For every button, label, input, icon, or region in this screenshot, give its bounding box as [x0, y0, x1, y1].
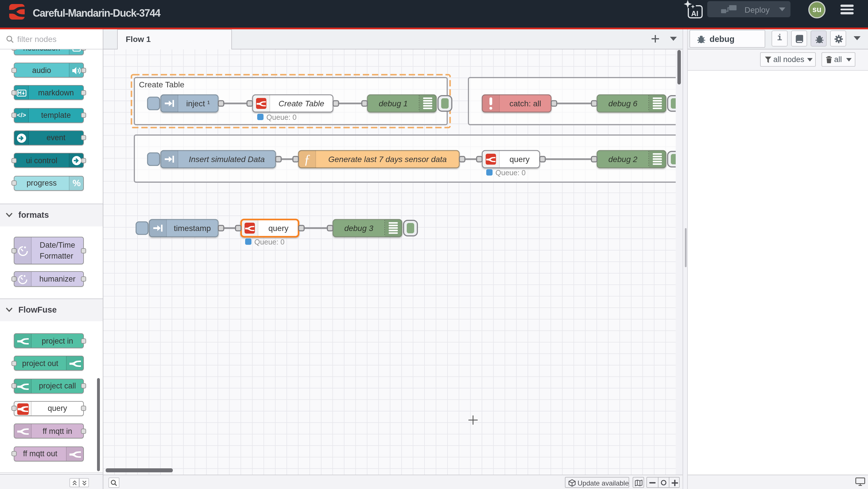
svg-text:timestamp: timestamp: [174, 224, 211, 233]
svg-text:Create Table: Create Table: [278, 99, 324, 108]
svg-text:AI: AI: [691, 9, 699, 18]
svg-text:debug 2: debug 2: [608, 155, 638, 164]
svg-text:Queue: 0: Queue: 0: [267, 113, 297, 121]
svg-text:Generate last 7 days sensor da: Generate last 7 days sensor data: [329, 155, 446, 164]
svg-text:Create Table: Create Table: [139, 80, 184, 89]
svg-text:catch: all: catch: all: [509, 99, 541, 108]
svg-text:debug 3: debug 3: [344, 224, 373, 233]
svg-text:debug 1: debug 1: [379, 99, 408, 108]
svg-text:ƒ: ƒ: [304, 152, 311, 167]
svg-text:query: query: [268, 224, 288, 233]
svg-text:inject ¹: inject ¹: [186, 99, 210, 108]
svg-text:query: query: [509, 155, 530, 164]
svg-text:Queue: 0: Queue: 0: [254, 238, 284, 246]
svg-text:Insert simulated Data: Insert simulated Data: [189, 155, 265, 164]
svg-text:debug 6: debug 6: [608, 99, 638, 108]
svg-text:Queue: 0: Queue: 0: [495, 169, 526, 177]
